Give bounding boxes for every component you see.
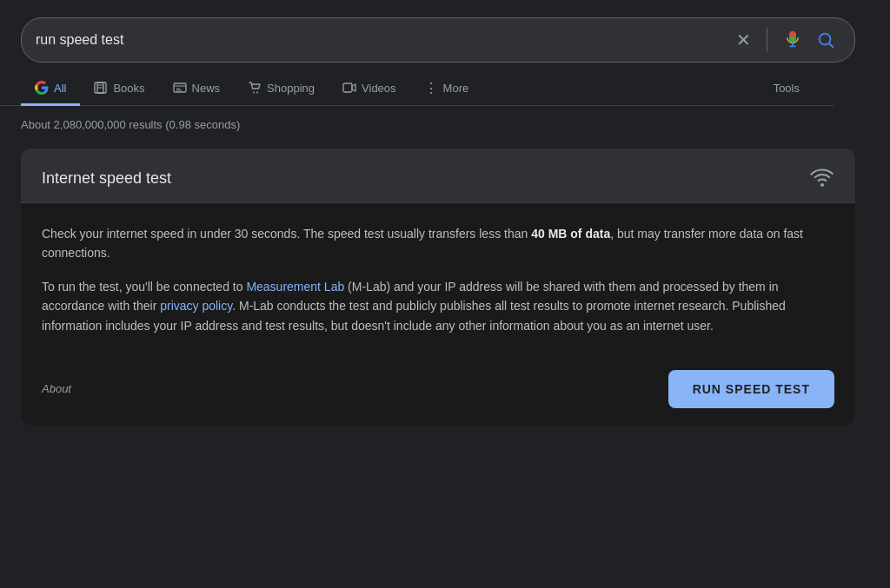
privacy-policy-link[interactable]: privacy policy: [160, 299, 232, 313]
measurement-lab-link[interactable]: Measurement Lab: [246, 280, 344, 294]
speed-test-card: Internet speed test Check your internet …: [21, 149, 855, 426]
results-count: About 2,080,000,000 results (0.98 second…: [21, 118, 240, 131]
svg-rect-14: [343, 83, 352, 92]
search-icons: ✕: [731, 25, 840, 55]
tab-tools[interactable]: Tools: [760, 71, 814, 106]
shopping-icon: [248, 81, 262, 95]
tab-all[interactable]: All: [21, 70, 80, 106]
tab-shopping[interactable]: Shopping: [234, 70, 329, 106]
news-icon: [173, 81, 187, 95]
svg-line-3: [829, 43, 833, 47]
tab-videos[interactable]: Videos: [329, 70, 410, 106]
desc1-bold: 40 MB of data: [531, 227, 610, 241]
clear-button[interactable]: ✕: [731, 26, 756, 54]
search-button[interactable]: [811, 25, 840, 55]
more-icon: ⋮: [424, 81, 438, 95]
card-description-1: Check your internet speed in under 30 se…: [42, 224, 834, 263]
card-title: Internet speed test: [42, 169, 171, 188]
search-icon: [816, 30, 835, 50]
search-bar-container: run speed test ✕: [0, 0, 890, 63]
close-icon: ✕: [736, 31, 751, 49]
run-speed-test-button[interactable]: RUN SPEED TEST: [668, 370, 834, 408]
google-icon: [35, 81, 49, 95]
desc1-start: Check your internet speed in under 30 se…: [42, 227, 531, 241]
tab-books-label: Books: [113, 82, 144, 95]
books-icon: [94, 81, 108, 95]
tab-all-label: All: [54, 82, 66, 95]
about-text: About: [42, 382, 71, 395]
results-info: About 2,080,000,000 results (0.98 second…: [0, 106, 890, 140]
desc2-start: To run the test, you'll be connected to: [42, 280, 246, 294]
tab-more[interactable]: ⋮ More: [410, 70, 483, 106]
card-body: Check your internet speed in under 30 se…: [21, 202, 855, 356]
tools-label: Tools: [774, 82, 800, 95]
mic-icon: [783, 30, 802, 50]
tab-news[interactable]: News: [159, 70, 235, 106]
card-footer: About RUN SPEED TEST: [21, 356, 855, 426]
card-header: Internet speed test: [21, 149, 855, 202]
videos-icon: [342, 81, 356, 95]
card-description-2: To run the test, you'll be connected to …: [42, 277, 834, 335]
svg-rect-1: [789, 45, 795, 47]
svg-point-12: [253, 92, 255, 94]
tab-more-label: More: [443, 82, 469, 95]
tab-books[interactable]: Books: [80, 70, 158, 106]
wifi-icon: [810, 166, 834, 190]
svg-rect-0: [792, 43, 794, 46]
search-bar: run speed test ✕: [21, 17, 855, 63]
svg-point-13: [256, 92, 258, 94]
nav-tabs: All Books News: [0, 69, 834, 106]
tab-news-label: News: [192, 82, 221, 95]
vertical-divider: [767, 28, 767, 52]
search-query: run speed test: [36, 32, 731, 48]
tab-shopping-label: Shopping: [267, 82, 315, 95]
tab-videos-label: Videos: [362, 82, 396, 95]
voice-search-button[interactable]: [778, 25, 807, 55]
